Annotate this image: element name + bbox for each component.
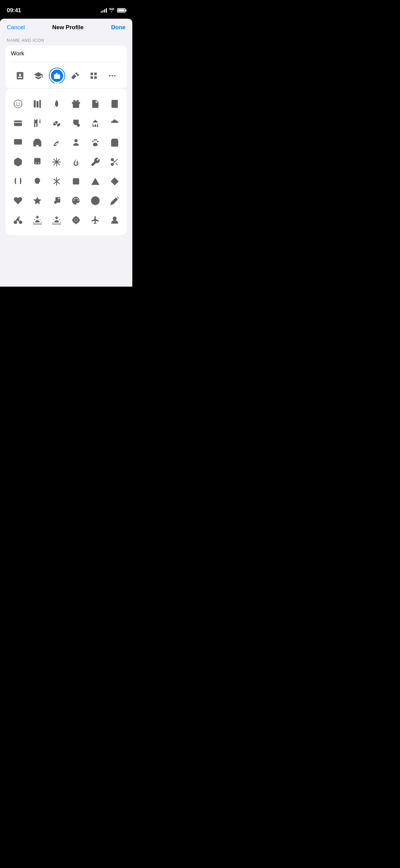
svg-line-51 bbox=[34, 219, 35, 220]
grid-icon-book[interactable] bbox=[105, 94, 124, 113]
svg-line-54 bbox=[40, 219, 40, 220]
status-icons bbox=[101, 8, 126, 13]
grid-icon-airplane[interactable] bbox=[85, 210, 105, 230]
grid-icon-bicycle[interactable] bbox=[8, 210, 27, 230]
grid-icon-sunset[interactable] bbox=[47, 210, 66, 230]
svg-point-20 bbox=[74, 139, 77, 142]
grid-icon-tools[interactable] bbox=[85, 152, 105, 171]
icon-picker-row bbox=[11, 62, 121, 88]
grid-icon-bulb[interactable] bbox=[27, 171, 47, 191]
icon-option-contact[interactable] bbox=[12, 68, 28, 84]
grid-icon-globe[interactable] bbox=[85, 191, 105, 210]
svg-point-28 bbox=[35, 162, 37, 164]
svg-point-6 bbox=[16, 103, 17, 104]
grid-icon-diamond[interactable] bbox=[105, 171, 124, 191]
svg-point-16 bbox=[77, 124, 79, 126]
grid-icon-heart[interactable] bbox=[8, 191, 27, 210]
svg-rect-42 bbox=[73, 178, 79, 184]
svg-rect-10 bbox=[39, 100, 41, 108]
svg-point-3 bbox=[112, 75, 113, 76]
icon-option-hammer[interactable] bbox=[67, 68, 83, 84]
grid-icon-pencil[interactable] bbox=[105, 191, 124, 210]
grid-icon-flower[interactable] bbox=[66, 210, 85, 230]
svg-point-24 bbox=[97, 141, 98, 142]
grid-icon-house[interactable] bbox=[85, 113, 105, 133]
profile-name-input[interactable] bbox=[11, 50, 121, 57]
grid-icon-rocket[interactable] bbox=[47, 94, 66, 113]
svg-line-46 bbox=[117, 197, 119, 198]
svg-point-5 bbox=[14, 100, 22, 108]
grid-icon-train[interactable] bbox=[27, 152, 47, 171]
grid-icon-headphones[interactable] bbox=[27, 133, 47, 152]
svg-rect-19 bbox=[14, 139, 22, 144]
done-button[interactable]: Done bbox=[111, 24, 126, 31]
grid-icon-doc[interactable] bbox=[85, 94, 105, 113]
signal-bars-icon bbox=[101, 8, 107, 13]
grid-icon-cube[interactable] bbox=[8, 152, 27, 171]
status-bar: 09:41 bbox=[0, 0, 132, 16]
grid-icon-leaf[interactable] bbox=[47, 133, 66, 152]
grid-icon-guitars[interactable] bbox=[47, 191, 66, 210]
svg-point-2 bbox=[109, 75, 110, 76]
grid-icon-snowflake[interactable] bbox=[47, 152, 66, 171]
svg-marker-43 bbox=[33, 197, 41, 204]
grid-icon-smiley[interactable] bbox=[8, 94, 27, 113]
battery-icon bbox=[117, 8, 126, 13]
svg-point-7 bbox=[19, 103, 20, 104]
nav-bar: Cancel New Profile Done bbox=[0, 19, 132, 35]
icon-grid bbox=[8, 94, 124, 230]
name-icon-card bbox=[5, 46, 127, 88]
svg-rect-9 bbox=[36, 101, 38, 107]
cancel-button[interactable]: Cancel bbox=[7, 24, 25, 31]
grid-icon-pills[interactable] bbox=[47, 113, 66, 133]
svg-line-37 bbox=[115, 163, 117, 165]
svg-point-1 bbox=[19, 74, 21, 76]
svg-point-35 bbox=[111, 163, 113, 165]
icon-grid-card bbox=[5, 89, 127, 235]
svg-point-22 bbox=[94, 139, 95, 141]
name-input-row bbox=[11, 46, 121, 62]
svg-point-49 bbox=[18, 216, 20, 217]
svg-point-29 bbox=[38, 162, 39, 164]
grid-icon-sunrise[interactable] bbox=[27, 210, 47, 230]
grid-icon-palette[interactable] bbox=[66, 191, 85, 210]
icon-option-more[interactable] bbox=[104, 68, 120, 84]
grid-icon-flame[interactable] bbox=[66, 152, 85, 171]
grid-icon-books[interactable] bbox=[27, 94, 47, 113]
svg-point-63 bbox=[113, 216, 117, 220]
grid-icon-monitor[interactable] bbox=[8, 133, 27, 152]
grid-icon-creditcard[interactable] bbox=[8, 113, 27, 133]
svg-point-34 bbox=[111, 158, 113, 161]
grid-icon-stethoscope[interactable] bbox=[66, 113, 85, 133]
svg-point-21 bbox=[92, 141, 94, 142]
svg-line-57 bbox=[53, 219, 54, 220]
svg-rect-8 bbox=[34, 100, 36, 107]
grid-icon-square[interactable] bbox=[66, 171, 85, 191]
grid-icon-triangle[interactable] bbox=[85, 171, 105, 191]
grid-icon-gift[interactable] bbox=[66, 94, 85, 113]
svg-rect-11 bbox=[14, 120, 22, 126]
grid-icon-fork-knife[interactable] bbox=[27, 113, 47, 133]
sheet-container: Cancel New Profile Done NAME AND ICON bbox=[0, 19, 132, 287]
grid-icon-scissors[interactable] bbox=[105, 152, 124, 171]
icon-option-graduation[interactable] bbox=[30, 68, 46, 84]
icon-option-briefcase[interactable] bbox=[49, 68, 65, 84]
grid-icon-asterisk[interactable] bbox=[47, 171, 66, 191]
page-title: New Profile bbox=[52, 24, 84, 31]
svg-line-38 bbox=[113, 160, 115, 162]
grid-icon-person[interactable] bbox=[66, 133, 85, 152]
wifi-icon bbox=[109, 8, 114, 13]
grid-icon-bank[interactable] bbox=[105, 113, 124, 133]
svg-point-4 bbox=[114, 75, 115, 76]
section-label: NAME AND ICON bbox=[0, 35, 132, 46]
svg-line-60 bbox=[59, 219, 60, 220]
grid-icon-star[interactable] bbox=[27, 191, 47, 210]
icon-option-building[interactable] bbox=[85, 68, 102, 84]
grid-icon-paw[interactable] bbox=[85, 133, 105, 152]
svg-rect-27 bbox=[34, 158, 40, 164]
svg-point-23 bbox=[95, 139, 97, 141]
status-time: 09:41 bbox=[7, 7, 21, 14]
grid-icon-braces[interactable] bbox=[8, 171, 27, 191]
grid-icon-cart[interactable] bbox=[105, 133, 124, 152]
grid-icon-user[interactable] bbox=[105, 210, 124, 230]
